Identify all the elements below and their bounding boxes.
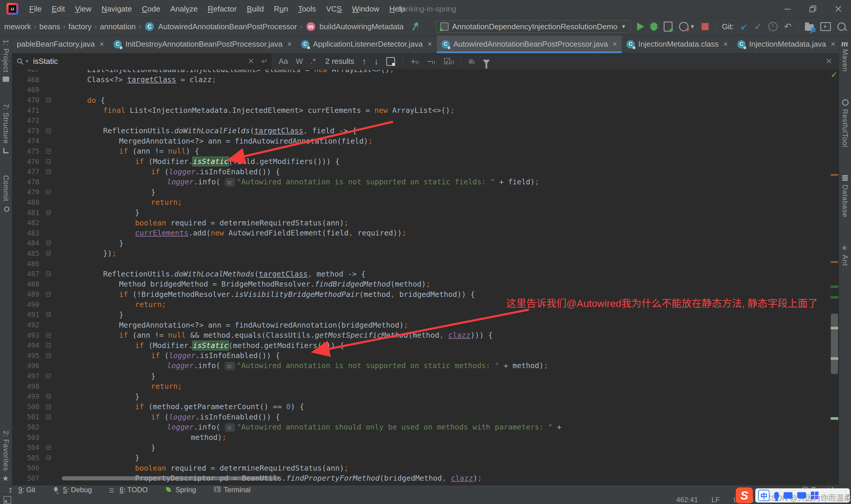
tool-window-button-debug[interactable]: 5: Debug — [52, 486, 92, 494]
skin-icon[interactable] — [797, 492, 806, 499]
menu-item-file[interactable]: File — [24, 0, 47, 18]
menu-item-code[interactable]: Code — [137, 0, 165, 18]
fold-marker-icon[interactable] — [46, 251, 51, 256]
fold-marker-icon[interactable] — [46, 210, 51, 215]
close-icon[interactable]: × — [613, 40, 617, 49]
select-all-occurrences-button[interactable]: ☑II — [443, 56, 454, 66]
tool-window-button-git[interactable]: ↥9: Git — [8, 486, 35, 494]
editor-tab[interactable]: pableBeanFactory.java× — [12, 35, 109, 53]
regex-toggle[interactable]: .* — [311, 57, 315, 66]
sidebar-item-structure[interactable]: 7: Structure — [2, 104, 10, 155]
words-toggle[interactable]: W — [296, 57, 303, 66]
close-search-icon[interactable]: ✕ — [826, 56, 839, 66]
fold-marker-icon[interactable] — [46, 128, 51, 133]
minimize-button[interactable] — [775, 0, 800, 18]
fold-marker-icon[interactable] — [46, 445, 51, 450]
close-icon[interactable]: × — [723, 40, 728, 49]
tool-window-button-todo[interactable]: ☰6: TODO — [109, 486, 148, 494]
project-structure-icon[interactable] — [805, 24, 814, 31]
breadcrumb-item[interactable]: factory — [69, 22, 92, 31]
error-stripe-mark[interactable] — [831, 296, 838, 299]
run-anything-icon[interactable] — [820, 22, 831, 31]
close-icon[interactable]: × — [428, 40, 432, 49]
menu-item-tools[interactable]: Tools — [293, 0, 321, 18]
tool-window-button-spring[interactable]: Spring — [165, 486, 196, 494]
sidebar-item-maven[interactable]: mMaven — [841, 38, 849, 72]
chevron-down-icon[interactable]: ▼ — [690, 24, 695, 30]
error-stripe-mark[interactable] — [831, 261, 838, 263]
fold-marker-icon[interactable] — [46, 404, 51, 409]
fold-marker-icon[interactable] — [46, 159, 51, 164]
editor-tab[interactable]: CInjectionMetadata.class× — [622, 35, 732, 53]
error-stripe-mark[interactable] — [831, 417, 838, 420]
profiler-button[interactable] — [679, 22, 688, 31]
navigate-arrow-icon[interactable] — [411, 21, 421, 32]
menu-item-edit[interactable]: Edit — [47, 0, 70, 18]
sidebar-item-favorites[interactable]: 2: Favorites★ — [2, 430, 10, 482]
menu-item-window[interactable]: Window — [347, 0, 384, 18]
fold-marker-icon[interactable] — [46, 343, 51, 348]
breadcrumb-item[interactable]: annotation — [100, 22, 135, 31]
search-everywhere-icon[interactable] — [837, 22, 846, 31]
debug-button[interactable] — [651, 22, 657, 31]
git-commit-button[interactable]: ✓ — [754, 22, 762, 31]
newline-icon[interactable]: ↵ — [261, 57, 268, 66]
run-button[interactable] — [637, 22, 644, 31]
run-configuration-select[interactable]: AnnotationDependencyInjectionResolutionD… — [436, 20, 631, 33]
search-icon[interactable]: ▼ — [16, 58, 29, 65]
editor-tab[interactable]: CApplicationListenerDetector.java× — [296, 35, 437, 53]
menu-item-analyze[interactable]: Analyze — [165, 0, 203, 18]
fold-marker-icon[interactable] — [46, 98, 51, 103]
fold-marker-icon[interactable] — [46, 149, 51, 154]
close-icon[interactable]: × — [831, 40, 835, 49]
git-update-button[interactable]: ↙ — [741, 22, 748, 31]
fold-marker-icon[interactable] — [46, 241, 51, 246]
editor-tab[interactable]: CInitDestroyAnnotationBeanPostProcessor.… — [109, 35, 296, 53]
add-selection-button[interactable]: +II — [411, 57, 419, 66]
clear-search-icon[interactable]: ✕ — [248, 57, 254, 66]
code-editor[interactable]: 467List<InjectionMetadata.InjectedElemen… — [12, 70, 839, 485]
fold-marker-icon[interactable] — [46, 394, 51, 399]
menu-item-build[interactable]: Build — [242, 0, 269, 18]
search-input[interactable]: ▼ isStatic ✕ ↵ — [12, 53, 272, 69]
fold-marker-icon[interactable] — [46, 169, 51, 174]
multiline-search-button[interactable]: ≡I — [468, 57, 475, 66]
close-icon[interactable]: × — [287, 40, 292, 49]
microphone-icon[interactable] — [774, 492, 779, 499]
history-icon[interactable] — [768, 22, 778, 31]
menu-item-run[interactable]: Run — [269, 0, 293, 18]
fold-marker-icon[interactable] — [46, 190, 51, 194]
menu-item-vcs[interactable]: VCS — [321, 0, 347, 18]
filter-icon[interactable] — [483, 60, 490, 65]
close-button[interactable] — [826, 0, 851, 18]
next-occurrence-button[interactable]: ↓ — [374, 56, 379, 67]
fold-marker-icon[interactable] — [46, 414, 51, 419]
fold-marker-icon[interactable] — [46, 312, 51, 317]
sidebar-item-database[interactable]: Database — [841, 174, 849, 217]
editor-tab[interactable]: CInjectionMetadata.java× — [732, 35, 839, 53]
match-case-toggle[interactable]: Aa — [279, 57, 288, 66]
fold-marker-icon[interactable] — [46, 455, 51, 460]
sidebar-item-project[interactable]: 1: Project — [2, 40, 10, 83]
rollback-button[interactable]: ↶ — [784, 22, 792, 31]
breadcrumb-item[interactable]: beans — [39, 22, 60, 31]
line-ending[interactable]: LF — [711, 496, 720, 504]
find-in-selection-toggle[interactable] — [386, 57, 395, 66]
previous-occurrence-button[interactable]: ↑ — [362, 56, 366, 67]
breadcrumb-item[interactable]: mework — [4, 22, 31, 31]
remove-selection-button[interactable]: −II — [427, 57, 436, 66]
tool-window-toggle-icon[interactable] — [3, 496, 11, 504]
breadcrumb-class[interactable]: AutowiredAnnotationBeanPostProcessor — [158, 22, 297, 31]
vertical-scrollbar[interactable] — [831, 314, 838, 374]
error-stripe-mark[interactable] — [831, 285, 838, 288]
maximize-button[interactable] — [800, 0, 826, 18]
keyboard-icon[interactable] — [784, 492, 793, 499]
editor-tab[interactable]: CAutowiredAnnotationBeanPostProcessor.ja… — [437, 35, 622, 53]
error-stripe-mark[interactable] — [831, 174, 838, 176]
stop-button[interactable] — [702, 23, 709, 30]
menu-item-view[interactable]: View — [70, 0, 97, 18]
menu-item-refactor[interactable]: Refactor — [203, 0, 242, 18]
caret-position[interactable]: 462:41 — [676, 496, 698, 504]
fold-marker-icon[interactable] — [46, 333, 51, 338]
fold-marker-icon[interactable] — [46, 374, 51, 378]
